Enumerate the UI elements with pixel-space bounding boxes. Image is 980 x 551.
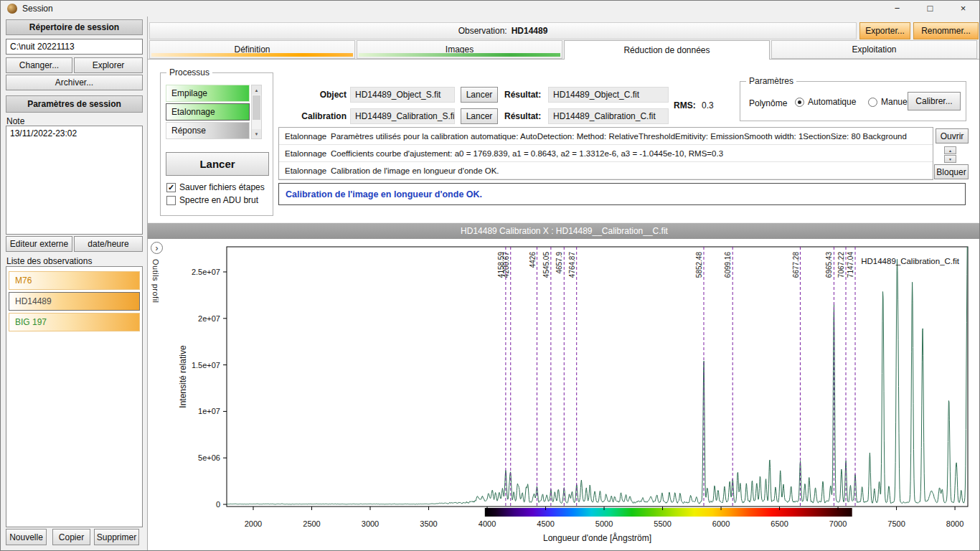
automatic-radio-row[interactable]: Automatique	[795, 97, 856, 107]
session-path-input[interactable]	[6, 39, 143, 55]
svg-text:7067.22: 7067.22	[837, 252, 845, 278]
tab-label: Réduction de données	[623, 45, 710, 55]
svg-text:2.5e+07: 2.5e+07	[192, 268, 220, 276]
svg-text:3000: 3000	[362, 519, 379, 528]
svg-text:Intensité relative: Intensité relative	[178, 345, 188, 408]
svg-text:7000: 7000	[829, 519, 847, 528]
window-title: Session	[22, 4, 53, 14]
session-directory-header: Répertoire de session	[6, 19, 143, 35]
scroll-thumb[interactable]	[253, 95, 260, 120]
svg-text:4545.05: 4545.05	[542, 252, 550, 278]
tab-definition[interactable]: Définition	[149, 40, 355, 59]
process-item-label: Etalonnage	[171, 107, 215, 117]
minimize-icon: −	[895, 3, 900, 14]
svg-text:4426: 4426	[529, 252, 537, 268]
process-list-scrollbar[interactable]: ▲ ▼	[251, 85, 262, 139]
maximize-button[interactable]: □	[914, 1, 946, 17]
external-editor-button[interactable]: Editeur externe	[6, 236, 72, 252]
tab-reduction-donnees[interactable]: Réduction de données	[564, 40, 770, 60]
log-text: Paramètres utilisés pour la calibration …	[331, 132, 907, 141]
process-item-reponse[interactable]: Réponse	[166, 122, 250, 139]
chart-title: HD14489 Calibration X : HD14489__Calibra…	[461, 226, 668, 236]
log-row: Etalonnage Paramètres utilisés pour la c…	[279, 128, 933, 145]
observation-item-hd14489[interactable]: HD14489	[9, 292, 140, 311]
log-spin-up-button[interactable]: ▲	[944, 146, 956, 154]
tab-underline-green	[359, 53, 560, 57]
session-settings-button[interactable]: Paramètres de session	[6, 95, 143, 113]
close-button[interactable]: ×	[947, 1, 979, 17]
scroll-down-button[interactable]: ▼	[252, 129, 261, 138]
chevron-right-icon: ›	[156, 244, 159, 253]
svg-text:0: 0	[216, 500, 220, 509]
rms-value: 0.3	[702, 100, 714, 110]
observation-item-label: HD14489	[15, 296, 52, 306]
observation-item-label: M76	[15, 276, 32, 286]
scroll-down-icon: ▼	[255, 132, 259, 136]
raw-adu-checkbox[interactable]	[166, 196, 176, 205]
save-steps-checkbox-row[interactable]: ✓ Sauver fichiers étapes	[166, 182, 265, 192]
chart-region: › Outils profil 200025003000350040004500…	[148, 239, 980, 551]
app-icon	[7, 4, 17, 14]
svg-text:6099.16: 6099.16	[724, 252, 732, 278]
processus-title: Processus	[166, 67, 212, 77]
calibrer-button[interactable]: Calibrer...	[908, 92, 961, 110]
export-button[interactable]: Exporter...	[859, 22, 910, 39]
sidebar: Répertoire de session Changer... Explore…	[1, 17, 148, 551]
svg-text:Longueur d'onde [Ångström]: Longueur d'onde [Ångström]	[543, 532, 651, 543]
tab-exploitation[interactable]: Exploitation	[771, 40, 977, 59]
log-text: Coefficients courbe d'ajustement: a0 = 1…	[331, 149, 723, 158]
profile-tools-toggle-button[interactable]: ›	[151, 242, 163, 254]
svg-text:3500: 3500	[420, 519, 437, 528]
svg-text:2500: 2500	[303, 519, 320, 528]
svg-text:4500: 4500	[537, 519, 554, 528]
object-lancer-button[interactable]: Lancer	[461, 87, 498, 103]
explorer-button[interactable]: Explorer	[74, 57, 143, 73]
process-item-empilage[interactable]: Empilage	[166, 85, 250, 102]
rename-button[interactable]: Renommer...	[913, 22, 979, 39]
object-file-field: HD14489_Object_S.fit	[350, 87, 455, 103]
note-textarea[interactable]: 13/11/2022-23:02	[6, 126, 143, 235]
ouvrir-button[interactable]: Ouvrir	[936, 128, 969, 143]
observation-item-m76[interactable]: M76	[9, 271, 140, 290]
calibration-lancer-button[interactable]: Lancer	[461, 108, 498, 124]
calibration-result-field: HD14489_Calibration_C.fit	[548, 108, 669, 124]
observation-item-big197[interactable]: BIG 197	[9, 313, 140, 331]
archiver-button[interactable]: Archiver...	[6, 75, 143, 90]
scroll-up-button[interactable]: ▲	[252, 85, 261, 95]
log-spin-down-button[interactable]: ▼	[944, 155, 956, 163]
automatic-label: Automatique	[808, 97, 856, 107]
tab-images[interactable]: Images	[357, 40, 562, 59]
raw-adu-checkbox-row[interactable]: Spectre en ADU brut	[166, 195, 258, 205]
automatic-radio[interactable]	[795, 98, 804, 107]
process-log: Etalonnage Paramètres utilisés pour la c…	[278, 127, 933, 180]
changer-button[interactable]: Changer...	[6, 57, 72, 73]
svg-text:4000: 4000	[479, 519, 496, 528]
delete-observation-button[interactable]: Supprimer	[94, 529, 139, 545]
observation-header: Observation: HD14489	[149, 22, 857, 39]
chart-titlebar: HD14489 Calibration X : HD14489__Calibra…	[148, 223, 980, 239]
datetime-button[interactable]: date/heure	[74, 236, 143, 252]
log-tag: Etalonnage	[279, 132, 331, 141]
log-row: Etalonnage Calibration de l'image en lon…	[279, 162, 933, 179]
maximize-icon: □	[928, 3, 933, 14]
svg-text:1e+07: 1e+07	[198, 407, 220, 415]
new-observation-button[interactable]: Nouvelle	[6, 529, 47, 545]
manual-radio-row[interactable]: Manuel	[868, 97, 909, 107]
polynome-label: Polynôme	[749, 98, 787, 108]
process-lancer-button[interactable]: Lancer	[166, 152, 269, 176]
spectrum-chart[interactable]: 2000250030003500400045005000550060006500…	[164, 240, 979, 550]
minimize-button[interactable]: −	[881, 1, 913, 17]
raw-adu-label: Spectre en ADU brut	[179, 195, 258, 205]
processus-groupbox: Processus Empilage Etalonnage Réponse ▲ …	[160, 72, 273, 216]
copy-observation-button[interactable]: Copier	[52, 529, 90, 545]
process-item-label: Empilage	[171, 88, 207, 98]
bloquer-button[interactable]: Bloquer	[934, 164, 969, 179]
svg-text:5852.48: 5852.48	[695, 252, 703, 278]
manual-radio[interactable]	[868, 98, 877, 107]
svg-text:4200.67: 4200.67	[502, 252, 510, 278]
process-item-etalonnage[interactable]: Etalonnage	[166, 103, 250, 121]
observation-item-label: BIG 197	[15, 317, 47, 327]
profile-tools-label: Outils profil	[151, 259, 160, 303]
svg-text:2e+07: 2e+07	[198, 314, 220, 323]
save-steps-checkbox[interactable]: ✓	[166, 183, 176, 192]
